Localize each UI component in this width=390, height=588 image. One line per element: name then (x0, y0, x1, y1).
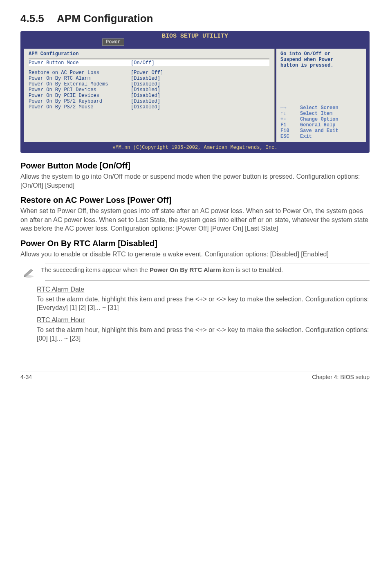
bios-config-title: APM Configuration (29, 51, 269, 57)
bios-tab-power: Power (102, 38, 124, 46)
section-number: 4.5.5 (20, 12, 44, 25)
subheading-power-button-mode: Power Button Mode [On/Off] (20, 161, 370, 171)
bios-row[interactable]: Power On By PCIE Devices[Disabled] (29, 93, 269, 99)
bios-help-line: button is pressed. (280, 63, 362, 68)
bios-row[interactable]: Power On By PCI Devices[Disabled] (29, 87, 269, 93)
bios-help-line: Suspend when Power (280, 57, 362, 63)
bios-divider (29, 58, 269, 58)
rtc-hour-block: RTC Alarm Hour To set the alarm hour, hi… (37, 316, 370, 343)
bios-nav-keys: ←→Select Screen ↑↓Select Item +-Change O… (280, 105, 362, 139)
bios-row[interactable]: Power On By RTC Alarm[Disabled] (29, 76, 269, 81)
bios-header-text: BIOS SETUP UTILITY (162, 33, 228, 40)
page-number: 4-34 (20, 374, 32, 380)
body-text: To set the alarm hour, highlight this it… (37, 325, 370, 343)
bios-row[interactable]: Power On By PS/2 Mouse[Disabled] (29, 104, 269, 110)
rtc-date-title: RTC Alarm Date (37, 286, 370, 293)
note-box: The succeeding items appear when the Pow… (45, 263, 370, 281)
bios-row-label: Power Button Mode (29, 60, 131, 66)
body-text: When set to Power Off, the system goes i… (20, 206, 370, 233)
bios-row-value: [On/Off] (131, 60, 155, 66)
bios-row-selected[interactable]: Power Button Mode [On/Off] (29, 60, 269, 66)
bios-row[interactable]: Restore on AC Power Loss[Power Off] (29, 70, 269, 76)
bios-right-panel: Go into On/Off or Suspend when Power but… (276, 49, 366, 142)
body-text: To set the alarm date, highlight this it… (37, 295, 370, 312)
rtc-date-block: RTC Alarm Date To set the alarm date, hi… (37, 286, 370, 312)
subheading-rtc-alarm: Power On By RTC Alarm [Disabled] (20, 239, 370, 248)
body-text: Allows the system to go into On/Off mode… (20, 172, 370, 190)
bios-header: BIOS SETUP UTILITY Power (20, 31, 370, 40)
bios-left-panel: APM Configuration Power Button Mode [On/… (24, 49, 275, 142)
bios-row[interactable]: Power On By PS/2 Keyboard[Disabled] (29, 99, 269, 104)
page-footer: 4-34 Chapter 4: BIOS setup (20, 372, 370, 380)
bios-footer: vMM.nn (C)Copyright 1985-2002, American … (20, 144, 370, 153)
subheading-restore-ac: Restore on AC Power Loss [Power Off] (20, 195, 370, 205)
body-text: Allows you to enable or disable RTC to g… (20, 250, 370, 259)
section-title: APM Configuration (57, 12, 153, 25)
section-heading: 4.5.5 APM Configuration (20, 12, 370, 25)
rtc-hour-title: RTC Alarm Hour (37, 316, 370, 324)
pencil-icon (22, 267, 35, 278)
bios-help-line: Go into On/Off or (280, 51, 362, 57)
bios-row[interactable]: Power On By External Modems[Disabled] (29, 81, 269, 87)
chapter-label: Chapter 4: BIOS setup (312, 374, 370, 380)
note-text: The succeeding items appear when the Pow… (41, 266, 283, 274)
bios-screenshot: BIOS SETUP UTILITY Power APM Configurati… (20, 31, 370, 153)
